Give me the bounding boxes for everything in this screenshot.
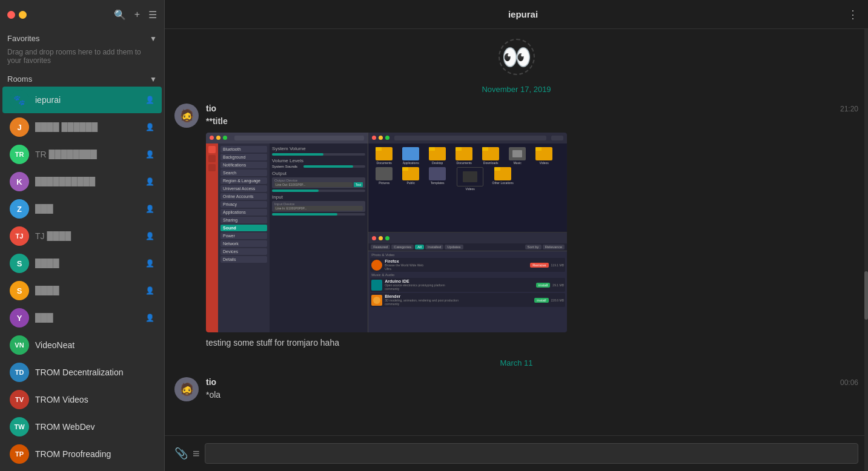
favorites-hint: Drag and drop rooms here to add them to … (0, 45, 164, 70)
message-time: 00:06 (840, 378, 858, 387)
search-icon[interactable]: 🔍 (114, 9, 126, 21)
avatar: TW (10, 417, 29, 436)
room-name: TR ████████ (35, 150, 139, 159)
room-info: iepurai (35, 95, 139, 105)
main-content: iepurai ⋮ 👀 November 17, 2019 🧔 tio 21:2… (165, 0, 868, 471)
room-info: VideoNeat (35, 340, 154, 350)
sidebar-item-room2[interactable]: J ████ ██████ 👤 (2, 114, 162, 140)
sidebar-item-trom-translations[interactable]: TT TROM Translations (2, 468, 162, 471)
close-button[interactable] (7, 11, 15, 19)
avatar: S (10, 254, 29, 273)
menu-icon[interactable]: ☰ (148, 9, 157, 21)
rooms-collapse-icon: ▼ (150, 75, 157, 84)
avatar: 🐾 (10, 90, 29, 110)
avatar: Y (10, 308, 29, 328)
sidebar-item-trom-videos[interactable]: TV TROM Videos (2, 386, 162, 413)
sidebar-item-k[interactable]: K ██████████ 👤 (2, 168, 162, 195)
person-icon: 👤 (145, 205, 154, 213)
room-info: TJ ████ (35, 231, 139, 241)
avatar: TP (10, 444, 29, 464)
avatar: TJ (10, 226, 29, 246)
room-name: ████ (35, 259, 139, 268)
scrollbar-track[interactable] (864, 29, 868, 471)
date-separator-nov17: November 17, 2019 (174, 85, 858, 94)
message-input-area: 📎 ≡ (165, 435, 868, 471)
room-info: TROM Decentralization (35, 367, 154, 377)
person-icon: 👤 (145, 150, 154, 159)
sidebar-item-trom-webdev[interactable]: TW TROM WebDev (2, 413, 162, 440)
avatar: TV (10, 390, 29, 409)
screenshot-preview: Bluetooth Background Notifications Searc… (206, 133, 567, 332)
messages-area[interactable]: 👀 November 17, 2019 🧔 tio 21:20 **title (165, 29, 868, 435)
message-bold-text: **title (206, 116, 228, 126)
favorites-section-header[interactable]: Favorites ▼ (0, 29, 164, 45)
avatar: TR (10, 145, 29, 164)
person-icon: 👤 (145, 232, 154, 240)
room-name: ███ (35, 313, 139, 323)
minimize-button[interactable] (19, 11, 27, 19)
sidebar-item-z[interactable]: Z ███ 👤 (2, 196, 162, 222)
sidebar-item-s1[interactable]: S ████ 👤 (2, 250, 162, 277)
message-image: Bluetooth Background Notifications Searc… (206, 133, 569, 332)
avatar: S (10, 281, 29, 300)
room-list: 🐾 iepurai 👤 J ████ ██████ 👤 TR TR ██████… (0, 86, 164, 471)
person-icon: 👤 (145, 314, 154, 322)
room-name: TJ ████ (35, 231, 139, 241)
room-info: TROM Videos (35, 395, 154, 404)
main-header: iepurai ⋮ (165, 0, 868, 29)
message-header: tio 00:06 (206, 377, 858, 387)
message-caption: testing some stuff for tromjaro haha (206, 337, 858, 349)
room-emoji: 👀 (174, 39, 858, 75)
room-info: ██████████ (35, 177, 139, 186)
format-icon[interactable]: ≡ (193, 447, 200, 461)
avatar: 🧔 (174, 377, 199, 401)
sidebar-item-s2[interactable]: S ████ 👤 (2, 277, 162, 304)
avatar: K (10, 172, 29, 191)
sidebar-item-videoneat[interactable]: VN VideoNeat (2, 332, 162, 358)
sidebar-item-tr1[interactable]: TR TR ████████ 👤 (2, 141, 162, 168)
room-name: VideoNeat (35, 340, 154, 350)
attach-file-icon[interactable]: 📎 (174, 447, 188, 460)
person-icon: 👤 (145, 286, 154, 295)
message-text: *ola (206, 389, 858, 401)
message-time: 21:20 (840, 105, 858, 113)
message-content: tio 21:20 **title (206, 104, 858, 349)
room-name: TROM WebDev (35, 422, 154, 432)
room-name: ████ ██████ (35, 122, 139, 132)
compose-icon[interactable]: + (134, 9, 140, 20)
avatar: 🧔 (174, 104, 199, 128)
favorites-collapse-icon: ▼ (150, 35, 157, 43)
message-input[interactable] (205, 443, 858, 464)
person-icon: 👤 (145, 259, 154, 268)
room-name: iepurai (35, 95, 139, 105)
favorites-label: Favorites (7, 34, 39, 43)
more-options-icon[interactable]: ⋮ (847, 8, 858, 21)
sidebar-item-trom-decentralization[interactable]: TD TROM Decentralization (2, 359, 162, 386)
avatar: J (10, 117, 29, 137)
person-icon: 👤 (145, 123, 154, 131)
message-item: 🧔 tio 21:20 **title (174, 104, 858, 349)
date-separator-march11: March 11 (174, 358, 858, 367)
room-info: ████ ██████ (35, 122, 139, 132)
sidebar-item-tj[interactable]: TJ TJ ████ 👤 (2, 223, 162, 249)
scrollbar-thumb[interactable] (864, 271, 868, 320)
room-info: ███ (35, 313, 139, 323)
room-info: TR ████████ (35, 150, 139, 159)
message-content: tio 00:06 *ola (206, 377, 858, 401)
room-name: TROM Videos (35, 395, 154, 404)
room-info: ███ (35, 204, 139, 214)
room-info: ████ (35, 286, 139, 295)
sidebar-item-iepurai[interactable]: 🐾 iepurai 👤 (2, 87, 162, 113)
avatar: VN (10, 335, 29, 355)
sidebar-header: 🔍 + ☰ (0, 0, 164, 29)
rooms-section-header[interactable]: Rooms ▼ (0, 70, 164, 86)
room-info: TROM WebDev (35, 422, 154, 432)
sidebar: 🔍 + ☰ Favorites ▼ Drag and drop rooms he… (0, 0, 165, 471)
sidebar-item-trom-proofreading[interactable]: TP TROM Proofreading (2, 441, 162, 467)
room-info: TROM Proofreading (35, 449, 154, 459)
sidebar-item-y[interactable]: Y ███ 👤 (2, 305, 162, 331)
room-name: ██████████ (35, 177, 139, 186)
room-name: ███ (35, 204, 139, 214)
message-item: 🧔 tio 00:06 *ola (174, 377, 858, 401)
sidebar-action-icons: 🔍 + ☰ (114, 9, 157, 21)
